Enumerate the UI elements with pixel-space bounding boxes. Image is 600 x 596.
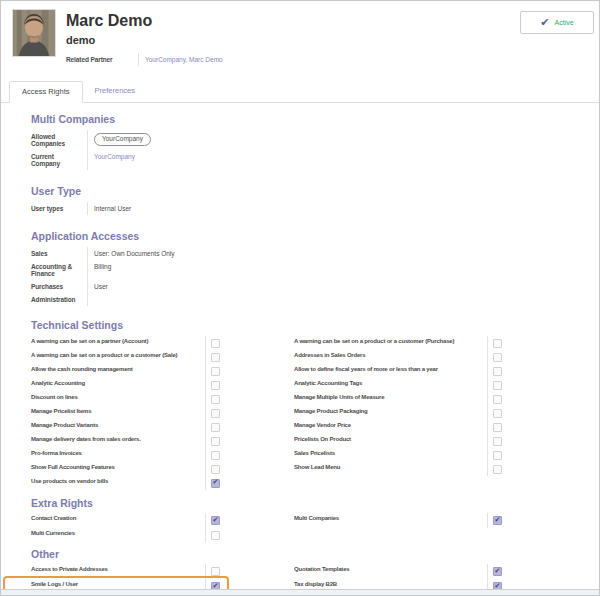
setting-label: Analytic Accounting Tags	[294, 378, 487, 392]
related-partner-label: Related Partner	[66, 53, 138, 66]
setting-checkbox[interactable]	[211, 409, 220, 418]
setting-checkbox[interactable]	[211, 567, 220, 576]
field-row: Allowed Companies YourCompany	[31, 130, 311, 150]
setting-checkbox[interactable]	[211, 479, 220, 488]
setting-row: Discount on lines	[31, 392, 227, 406]
checkbox-cell	[205, 350, 227, 364]
tab-access-rights[interactable]: Access Rights	[9, 81, 83, 103]
field-label: Allowed Companies	[31, 130, 87, 150]
extra-rights-left-column: Contact Creation Multi Currencies	[31, 513, 227, 543]
section-title-multi-companies: Multi Companies	[31, 113, 569, 125]
setting-label: Multi Currencies	[31, 528, 205, 543]
field-row: Current Company YourCompany	[31, 150, 311, 170]
setting-row: Pricelists On Product	[294, 434, 509, 448]
setting-row: Pro-forma Invoices	[31, 448, 227, 462]
setting-row: Manage Product Variants	[31, 420, 227, 434]
setting-checkbox[interactable]	[211, 367, 220, 376]
setting-checkbox[interactable]	[211, 531, 220, 540]
setting-label: Analytic Accounting	[31, 378, 205, 392]
setting-checkbox[interactable]	[493, 395, 502, 404]
related-partner-link[interactable]: YourCompany, Marc Demo	[138, 53, 366, 66]
field-row: User types Internal User	[31, 202, 311, 215]
setting-row: Access to Private Addresses	[31, 564, 227, 579]
setting-checkbox[interactable]	[211, 465, 220, 474]
setting-checkbox[interactable]	[211, 451, 220, 460]
checkbox-cell	[487, 392, 509, 406]
setting-row: Analytic Accounting	[31, 378, 227, 392]
field-value-link[interactable]: YourCompany	[87, 150, 311, 170]
setting-checkbox[interactable]	[493, 465, 502, 474]
field-label: Accounting & Finance	[31, 260, 87, 280]
page-title: Marc Demo	[66, 12, 589, 30]
company-tag: YourCompany	[94, 133, 151, 146]
setting-row: Analytic Accounting Tags	[294, 378, 509, 392]
setting-checkbox[interactable]	[493, 381, 502, 390]
checkbox-cell	[487, 336, 509, 350]
setting-label: A warning can be set on a partner (Accou…	[31, 336, 205, 350]
setting-checkbox[interactable]	[211, 381, 220, 390]
field-label: Sales	[31, 247, 87, 260]
setting-checkbox[interactable]	[493, 367, 502, 376]
checkbox-cell	[487, 378, 509, 392]
checkbox-cell	[205, 364, 227, 378]
checkbox-cell	[205, 392, 227, 406]
form-content: Multi Companies Allowed Companies YourCo…	[1, 113, 599, 596]
setting-checkbox[interactable]	[493, 409, 502, 418]
checkbox-cell	[487, 406, 509, 420]
tab-preferences[interactable]: Preferences	[83, 81, 147, 102]
field-label: User types	[31, 202, 87, 215]
setting-checkbox[interactable]	[211, 516, 220, 525]
setting-checkbox[interactable]	[493, 516, 502, 525]
active-button-label: Active	[555, 19, 574, 26]
setting-label: Manage Multiple Units of Measure	[294, 392, 487, 406]
setting-row: A warning can be set on a product or a c…	[31, 350, 227, 364]
section-title-other: Other	[31, 548, 569, 560]
field-label: Current Company	[31, 150, 87, 170]
setting-checkbox[interactable]	[493, 353, 502, 362]
section-title-user-type: User Type	[31, 185, 569, 197]
setting-row: Allow the cash rounding management	[31, 364, 227, 378]
setting-checkbox[interactable]	[493, 423, 502, 432]
setting-checkbox[interactable]	[211, 437, 220, 446]
setting-label: Quotation Templates	[294, 564, 487, 579]
setting-label: Pro-forma Invoices	[31, 448, 205, 462]
checkbox-cell	[487, 434, 509, 448]
checkbox-cell	[205, 420, 227, 434]
checkbox-cell	[205, 513, 227, 528]
setting-label: Manage Product Packaging	[294, 406, 487, 420]
setting-row: Manage Vendor Price	[294, 420, 509, 434]
active-toggle-button[interactable]: ✔ Active	[520, 11, 594, 34]
setting-label: Allow to define fiscal years of more or …	[294, 364, 487, 378]
field-value: User	[87, 280, 311, 293]
field-label: Purchases	[31, 280, 87, 293]
section-title-application-accesses: Application Accesses	[31, 230, 569, 242]
checkbox-cell	[487, 564, 509, 579]
section-title-technical-settings: Technical Settings	[31, 319, 569, 331]
field-value: User: Own Documents Only	[87, 247, 311, 260]
setting-label: Access to Private Addresses	[31, 564, 205, 579]
setting-label: Contact Creation	[31, 513, 205, 528]
setting-label: Sales Pricelists	[294, 448, 487, 462]
setting-checkbox[interactable]	[493, 339, 502, 348]
checkbox-cell	[487, 350, 509, 364]
user-login: demo	[66, 34, 589, 46]
multi-companies-fields: Allowed Companies YourCompany Current Co…	[31, 130, 311, 170]
setting-label: Allow the cash rounding management	[31, 364, 205, 378]
technical-settings-grid: A warning can be set on a partner (Accou…	[31, 336, 569, 490]
setting-checkbox[interactable]	[211, 423, 220, 432]
application-accesses-fields: Sales User: Own Documents Only Accountin…	[31, 247, 311, 306]
field-label: Administration	[31, 293, 87, 306]
extra-rights-right-column: Multi Companies	[294, 513, 509, 543]
checkbox-cell	[205, 378, 227, 392]
setting-checkbox[interactable]	[493, 451, 502, 460]
avatar-photo-icon	[13, 10, 55, 56]
setting-checkbox[interactable]	[211, 353, 220, 362]
setting-checkbox[interactable]	[211, 339, 220, 348]
setting-checkbox[interactable]	[211, 395, 220, 404]
setting-checkbox[interactable]	[493, 437, 502, 446]
setting-row: Multi Currencies	[31, 528, 227, 543]
check-icon: ✔	[540, 17, 549, 28]
field-value	[87, 293, 311, 306]
page-bottom-edge	[1, 589, 599, 595]
setting-checkbox[interactable]	[493, 567, 502, 576]
